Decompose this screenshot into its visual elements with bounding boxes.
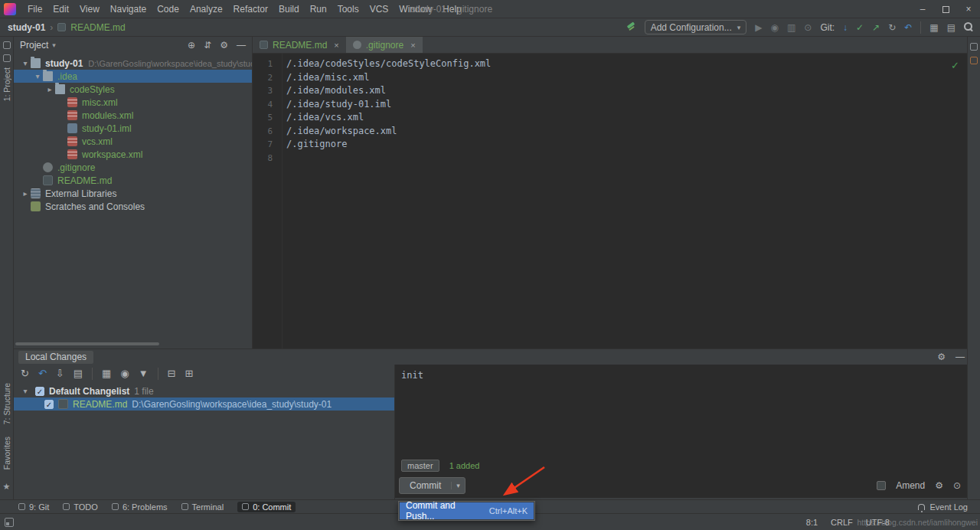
- tab-close-icon[interactable]: ×: [334, 41, 338, 50]
- hide-panel-icon[interactable]: —: [956, 352, 965, 362]
- changed-file-row[interactable]: README.md D:\GarenGosling\workspace\idea…: [14, 398, 394, 411]
- line-text[interactable]: /.idea/workspace.xml: [282, 125, 397, 139]
- breadcrumb-project[interactable]: study-01: [8, 22, 45, 33]
- run-button[interactable]: ▶: [755, 22, 762, 33]
- coverage-button[interactable]: ▥: [787, 22, 795, 33]
- search-everywhere-icon[interactable]: [964, 22, 974, 32]
- commit-and-push-menu-item[interactable]: Commit and Push... Ctrl+Alt+K: [400, 502, 534, 519]
- tab-close-icon[interactable]: ×: [410, 41, 415, 50]
- menu-item[interactable]: Tools: [332, 0, 364, 18]
- toolwindow-switcher-icon[interactable]: [5, 518, 14, 527]
- git-history-icon[interactable]: ↻: [888, 22, 896, 33]
- help-icon[interactable]: ⊙: [953, 480, 961, 491]
- commit-dropdown-arrow-icon[interactable]: ▾: [451, 482, 465, 489]
- stripe-button-project[interactable]: 1: Project: [2, 67, 11, 101]
- tree-expand-arrow-icon[interactable]: [44, 85, 55, 93]
- commit-message-input[interactable]: init: [395, 365, 967, 386]
- menu-item[interactable]: VCS: [364, 0, 394, 18]
- editor-tab[interactable]: README.md ×: [253, 37, 346, 53]
- menu-item[interactable]: Navigate: [105, 0, 152, 18]
- hide-panel-icon[interactable]: —: [237, 40, 246, 51]
- preview-diff-icon[interactable]: ◉: [120, 368, 129, 379]
- changelist-row[interactable]: ▾ Default Changelist 1 file: [14, 384, 394, 398]
- menu-item[interactable]: Code: [152, 0, 185, 18]
- locate-file-icon[interactable]: ⊕: [188, 40, 195, 51]
- toolwindow-icon[interactable]: [3, 41, 11, 49]
- git-rollback-icon[interactable]: ↶: [904, 22, 912, 33]
- amend-checkbox[interactable]: [877, 481, 886, 490]
- toolwindow-button[interactable]: 9: Git: [18, 502, 49, 512]
- toolwindow-button[interactable]: TODO: [63, 502, 98, 512]
- chevron-down-icon[interactable]: ▾: [52, 41, 56, 49]
- right-stripe-marker-icon[interactable]: [970, 57, 978, 64]
- branch-badge[interactable]: master: [401, 460, 439, 472]
- line-text[interactable]: /.idea/study-01.iml: [282, 98, 391, 112]
- menu-item[interactable]: Run: [305, 0, 332, 18]
- build-hammer-icon[interactable]: [626, 22, 636, 32]
- favorites-star-icon[interactable]: ★: [3, 482, 11, 492]
- commit-button[interactable]: Commit ▾: [399, 477, 466, 494]
- changelist-checkbox[interactable]: [35, 387, 44, 396]
- patch-icon[interactable]: ▤: [74, 368, 83, 379]
- rollback-icon[interactable]: ↶: [38, 368, 47, 379]
- layout-rows-icon[interactable]: ▤: [947, 22, 956, 33]
- tree-row[interactable]: study-01 D:\GarenGosling\workspace\idea_…: [14, 57, 252, 70]
- line-text[interactable]: /.idea/codeStyles/codeStyleConfig.xml: [282, 57, 491, 71]
- event-log-button[interactable]: Event Log: [918, 502, 968, 512]
- menu-item[interactable]: Refactor: [228, 0, 273, 18]
- gear-icon[interactable]: ⚙: [220, 40, 228, 51]
- commit-button-label[interactable]: Commit: [400, 480, 451, 491]
- line-text[interactable]: /.idea/modules.xml: [282, 84, 386, 98]
- tree-row[interactable]: .idea: [14, 70, 252, 83]
- menu-item[interactable]: View: [74, 0, 105, 18]
- git-commit-icon[interactable]: ✓: [856, 22, 864, 33]
- tree-row[interactable]: workspace.xml: [14, 148, 252, 161]
- profiler-button[interactable]: ⊙: [804, 22, 812, 33]
- stripe-button-structure[interactable]: 7: Structure: [2, 383, 11, 424]
- inspection-ok-icon[interactable]: ✓: [951, 60, 959, 71]
- menu-item[interactable]: File: [22, 0, 47, 18]
- tree-row[interactable]: misc.xml: [14, 96, 252, 109]
- line-text[interactable]: /.idea/vcs.xml: [282, 111, 364, 125]
- file-checkbox[interactable]: [44, 400, 54, 409]
- run-configuration-select[interactable]: Add Configuration... ▾: [645, 20, 747, 34]
- git-push-icon[interactable]: ↗: [872, 22, 880, 33]
- menu-item[interactable]: Edit: [47, 0, 74, 18]
- tree-expand-arrow-icon[interactable]: [32, 72, 43, 80]
- toolwindow-button[interactable]: 6: Problems: [112, 502, 168, 512]
- collapse-all-icon[interactable]: ⊟: [168, 368, 176, 379]
- menu-item[interactable]: Analyze: [185, 0, 228, 18]
- debug-button[interactable]: ◉: [771, 22, 779, 33]
- bookmark-icon[interactable]: [3, 54, 11, 62]
- tree-row[interactable]: vcs.xml: [14, 135, 252, 148]
- horizontal-scrollbar[interactable]: [15, 342, 159, 345]
- tree-row[interactable]: External Libraries: [14, 187, 252, 200]
- filter-icon[interactable]: ▼: [139, 368, 149, 379]
- refresh-icon[interactable]: ↻: [21, 368, 29, 379]
- expand-all-icon[interactable]: ⊞: [185, 368, 193, 379]
- gear-icon[interactable]: ⚙: [935, 480, 943, 491]
- tree-row[interactable]: .gitignore: [14, 161, 252, 174]
- line-ending-widget[interactable]: CRLF: [831, 518, 853, 527]
- minimize-button[interactable]: –: [911, 0, 934, 18]
- gear-icon[interactable]: ⚙: [937, 352, 946, 362]
- menu-item[interactable]: Build: [273, 0, 305, 18]
- tree-row[interactable]: README.md: [14, 174, 252, 187]
- breadcrumb-file[interactable]: README.md: [70, 22, 125, 33]
- tree-expand-arrow-icon[interactable]: ▾: [20, 387, 31, 395]
- group-by-icon[interactable]: ▦: [102, 368, 111, 379]
- project-panel-title[interactable]: Project: [20, 40, 48, 51]
- toolwindow-button[interactable]: Terminal: [181, 502, 224, 512]
- shelve-icon[interactable]: ⇩: [56, 368, 64, 379]
- tree-expand-arrow-icon[interactable]: [20, 59, 31, 67]
- tree-expand-arrow-icon[interactable]: [20, 189, 31, 198]
- tab-local-changes[interactable]: Local Changes: [18, 351, 93, 364]
- editor-tab[interactable]: .gitignore ×: [346, 37, 423, 53]
- toolwindow-button[interactable]: 0: Commit: [237, 502, 296, 512]
- caret-position-widget[interactable]: 8:1: [806, 518, 818, 527]
- close-button[interactable]: ×: [957, 0, 980, 18]
- maximize-button[interactable]: [934, 0, 957, 18]
- line-text[interactable]: /.gitignore: [282, 138, 347, 152]
- collapse-all-icon[interactable]: ⇵: [204, 40, 211, 51]
- layout-grid-icon[interactable]: ▦: [929, 22, 938, 33]
